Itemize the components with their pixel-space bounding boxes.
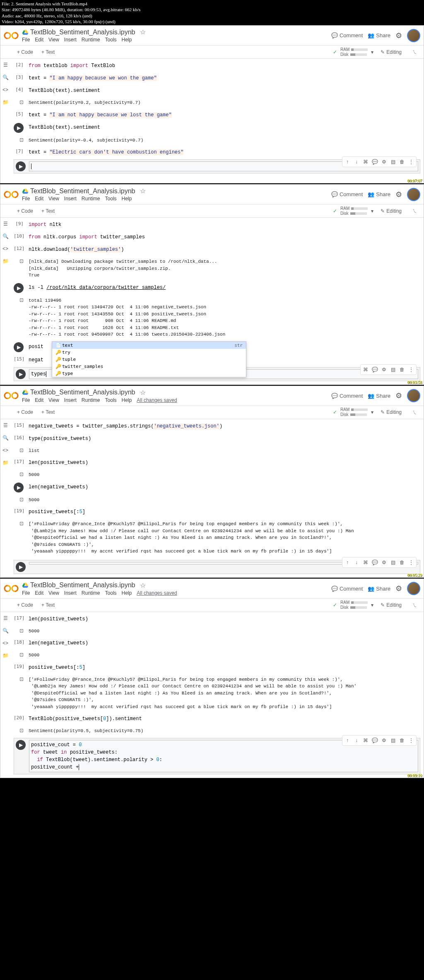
link-icon[interactable]: ⌘: [361, 558, 370, 567]
menu-file[interactable]: File: [22, 397, 30, 403]
delete-icon[interactable]: 🗑: [398, 365, 406, 374]
code-cell[interactable]: type(positive_tweets): [27, 434, 420, 443]
move-down-icon[interactable]: ↓: [352, 158, 361, 166]
notebook-title[interactable]: TextBlob_Sentiment_Analysis.ipynb ☆: [22, 28, 331, 36]
expand-icon[interactable]: ㄟ: [409, 206, 420, 216]
more-icon[interactable]: ⋮: [407, 558, 415, 567]
star-icon[interactable]: ☆: [140, 581, 146, 589]
autocomplete-item[interactable]: 🔑try: [52, 349, 246, 356]
toc-icon[interactable]: ☰: [3, 615, 8, 621]
avatar[interactable]: [407, 188, 420, 201]
snippets-icon[interactable]: <>: [2, 246, 8, 252]
menu-insert[interactable]: Insert: [64, 196, 77, 202]
menu-view[interactable]: View: [48, 196, 59, 202]
link-icon[interactable]: ⌘: [361, 736, 370, 745]
star-icon[interactable]: ☆: [140, 389, 146, 396]
move-up-icon[interactable]: ↑: [343, 736, 352, 745]
editing-button[interactable]: ✎Editing: [377, 206, 405, 216]
search-icon[interactable]: 🔍: [2, 233, 9, 239]
move-up-icon[interactable]: ↑: [343, 558, 352, 567]
comment-icon[interactable]: 💬: [371, 365, 379, 374]
code-cell[interactable]: ls -l /root/nltk_data/corpora/twitter_sa…: [27, 283, 420, 292]
code-cell[interactable]: from textblob import TextBlob: [27, 61, 420, 70]
code-cell[interactable]: text = "I am not happy because we lost t…: [27, 110, 420, 120]
settings-icon[interactable]: ⚙: [395, 391, 402, 400]
more-icon[interactable]: ⋮: [407, 736, 415, 745]
search-icon[interactable]: 🔍: [2, 74, 9, 80]
expand-icon[interactable]: ㄟ: [409, 407, 420, 418]
menu-insert[interactable]: Insert: [64, 37, 77, 43]
menu-view[interactable]: View: [48, 37, 59, 43]
dropdown-icon[interactable]: ▾: [371, 602, 373, 608]
code-cell[interactable]: TextBlob(text).sentiment: [27, 86, 420, 95]
more-icon[interactable]: ⋮: [407, 158, 415, 166]
dropdown-icon[interactable]: ▾: [371, 409, 373, 415]
avatar[interactable]: [407, 582, 420, 595]
play-button[interactable]: ▶: [16, 740, 26, 750]
share-button[interactable]: 👥Share: [368, 32, 390, 38]
snippets-icon[interactable]: <>: [2, 640, 8, 646]
ram-disk-indicator[interactable]: RAMDisk: [340, 407, 368, 417]
ram-disk-indicator[interactable]: RAMDisk: [340, 600, 368, 610]
code-cell[interactable]: import nltk: [27, 220, 420, 229]
menu-help[interactable]: Help: [122, 37, 132, 43]
menu-tools[interactable]: Tools: [105, 196, 117, 202]
saved-status[interactable]: All changes saved: [137, 397, 177, 403]
search-icon[interactable]: 🔍: [2, 628, 9, 634]
code-cell[interactable]: positive_tweets[:5]: [27, 663, 420, 672]
comment-icon[interactable]: 💬: [371, 558, 379, 567]
star-icon[interactable]: ☆: [140, 28, 146, 36]
edit-icon[interactable]: ▤: [389, 365, 397, 374]
code-cell[interactable]: len(negative_tweets): [27, 639, 420, 648]
comment-button[interactable]: 💬Comment: [331, 586, 363, 592]
autocomplete-item[interactable]: 🔑type: [52, 370, 246, 377]
menu-runtime[interactable]: Runtime: [82, 590, 100, 596]
files-icon[interactable]: 📁: [2, 258, 9, 264]
move-down-icon[interactable]: ↓: [352, 558, 361, 567]
comment-button[interactable]: 💬Comment: [331, 191, 363, 197]
menu-file[interactable]: File: [22, 196, 30, 202]
play-button[interactable]: ▶: [16, 161, 26, 171]
comment-icon[interactable]: 💬: [371, 158, 379, 166]
menu-insert[interactable]: Insert: [64, 397, 77, 403]
menu-tools[interactable]: Tools: [105, 397, 117, 403]
snippets-icon[interactable]: <>: [2, 87, 8, 93]
add-text-button[interactable]: + Text: [38, 600, 58, 610]
menu-insert[interactable]: Insert: [64, 590, 77, 596]
settings-icon[interactable]: ⚙: [380, 736, 388, 745]
add-text-button[interactable]: + Text: [38, 408, 58, 417]
play-button[interactable]: ▶: [16, 369, 26, 379]
colab-logo[interactable]: [4, 391, 19, 401]
play-button[interactable]: ▶: [14, 283, 24, 293]
dropdown-icon[interactable]: ▾: [371, 49, 373, 55]
autocomplete-item[interactable]: 🔑twitter_samples: [52, 363, 246, 370]
editing-button[interactable]: ✎Editing: [377, 407, 405, 417]
avatar[interactable]: [407, 29, 420, 42]
ram-disk-indicator[interactable]: RAM Disk: [340, 47, 368, 57]
add-code-button[interactable]: + Code: [14, 600, 36, 610]
menu-edit[interactable]: Edit: [35, 590, 43, 596]
play-button[interactable]: ▶: [16, 562, 26, 572]
comment-icon[interactable]: 💬: [371, 736, 379, 745]
editing-button[interactable]: ✎Editing: [377, 600, 405, 610]
ram-disk-indicator[interactable]: RAMDisk: [340, 206, 368, 216]
menu-view[interactable]: View: [48, 590, 59, 596]
files-icon[interactable]: 📁: [2, 99, 9, 105]
play-button[interactable]: ▶: [14, 342, 24, 352]
star-icon[interactable]: ☆: [140, 187, 146, 195]
menu-edit[interactable]: Edit: [35, 397, 43, 403]
add-code-button[interactable]: + Code: [14, 207, 36, 216]
code-cell[interactable]: TextBlob(text).sentiment: [27, 123, 420, 132]
share-button[interactable]: 👥Share: [368, 393, 390, 399]
code-cell[interactable]: nltk.download('twitter_samples'): [27, 245, 420, 254]
colab-logo[interactable]: [4, 31, 19, 41]
code-cell[interactable]: positive_tweets[:5]: [27, 507, 420, 516]
link-icon[interactable]: ⌘: [361, 365, 370, 374]
menu-runtime[interactable]: Runtime: [82, 397, 100, 403]
edit-icon[interactable]: ▤: [389, 158, 397, 166]
menu-runtime[interactable]: Runtime: [82, 196, 100, 202]
share-button[interactable]: 👥Share: [368, 191, 390, 197]
link-icon[interactable]: ⌘: [361, 158, 370, 166]
code-cell[interactable]: from nltk.corpus import twitter_samples: [27, 233, 420, 242]
code-cell[interactable]: len(positive_tweets): [27, 615, 420, 624]
